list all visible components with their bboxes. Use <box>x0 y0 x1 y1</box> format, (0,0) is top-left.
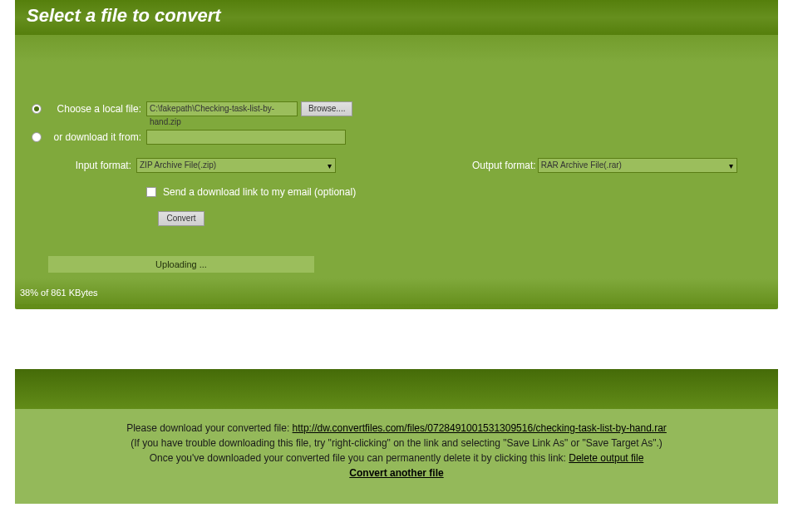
choose-local-label: Choose a local file: <box>45 103 143 115</box>
url-input[interactable] <box>146 130 346 145</box>
page-title: Select a file to convert <box>27 5 766 27</box>
result-panel-top <box>15 369 778 409</box>
delete-line: Once you've downloaded your converted fi… <box>32 451 761 466</box>
output-format-group: Output format: RAR Archive File(.rar) <box>472 158 737 173</box>
panel-bottom-shade <box>15 304 778 309</box>
download-from-row: or download it from: <box>32 130 761 145</box>
download-link[interactable]: http://dw.convertfiles.com/files/0728491… <box>293 422 667 434</box>
format-row: Input format: ZIP Archive File(.zip) Out… <box>32 158 761 173</box>
output-format-label: Output format: <box>472 160 536 171</box>
email-checkbox[interactable] <box>146 187 156 197</box>
upload-status-text: 38% of 861 KBytes <box>15 284 778 304</box>
convert-button[interactable]: Convert <box>158 211 204 226</box>
download-url-radio[interactable] <box>32 132 42 142</box>
choose-file-row: Choose a local file: C:\fakepath\Checkin… <box>32 101 761 116</box>
result-panel-body: Please download your converted file: htt… <box>15 409 778 504</box>
download-url-label: or download it from: <box>45 131 143 143</box>
tip-line: (If you have trouble downloading this fi… <box>32 436 761 451</box>
delete-prefix: Once you've downloaded your converted fi… <box>150 452 569 464</box>
form-area: Choose a local file: C:\fakepath\Checkin… <box>15 35 778 284</box>
delete-link[interactable]: Delete output file <box>569 452 643 464</box>
convert-another-line: Convert another file <box>32 466 761 480</box>
panel-header: Select a file to convert <box>15 0 778 35</box>
upload-progress-bar: Uploading ... <box>48 256 314 273</box>
choose-local-radio[interactable] <box>32 104 42 114</box>
output-format-select[interactable]: RAR Archive File(.rar) <box>538 158 737 173</box>
download-line: Please download your converted file: htt… <box>32 421 761 436</box>
upload-progress-wrapper: Uploading ... <box>32 256 761 273</box>
convert-panel: Select a file to convert Choose a local … <box>15 0 778 309</box>
email-label: Send a download link to my email (option… <box>163 186 356 198</box>
email-row: Send a download link to my email (option… <box>146 186 761 198</box>
browse-button[interactable]: Browse.... <box>301 101 352 116</box>
file-path-input[interactable]: C:\fakepath\Checking-task-list-by-hand.z… <box>146 101 298 116</box>
download-prefix: Please download your converted file: <box>126 422 292 434</box>
result-panel: Please download your converted file: htt… <box>15 369 778 504</box>
input-format-select[interactable]: ZIP Archive File(.zip) <box>136 158 336 173</box>
input-format-label: Input format: <box>47 160 133 171</box>
convert-another-link[interactable]: Convert another file <box>349 467 443 479</box>
convert-row: Convert <box>158 211 761 226</box>
